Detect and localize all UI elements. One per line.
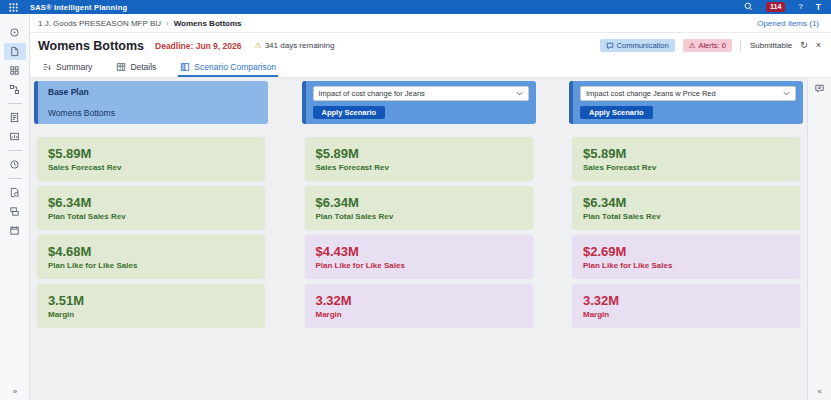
- metric-label: Plan Total Sales Rev: [583, 212, 789, 221]
- metric-value: 3.51M: [48, 293, 254, 308]
- tab-label: Summary: [56, 62, 92, 72]
- tab-summary[interactable]: Summary: [40, 58, 94, 77]
- app-window: SAS® Intelligent Planning 114 ? T: [0, 0, 831, 400]
- metric-label: Plan Like for Like Sales: [48, 261, 254, 270]
- communication-button[interactable]: Communication: [600, 39, 675, 52]
- header-actions: Communication ⚠ Alerts: 0 Submittable ↻ …: [600, 39, 821, 52]
- layers-icon[interactable]: [4, 203, 26, 220]
- chart-box-icon[interactable]: [4, 128, 26, 145]
- breadcrumb-current: Womens Bottoms: [174, 19, 242, 28]
- metric-label: Plan Total Sales Rev: [48, 212, 254, 221]
- scenario-column-1: Impact of cost change for Jeans Apply Sc…: [302, 81, 536, 397]
- scenario-dropdown-value: Impact of cost change for Jeans: [319, 89, 425, 98]
- metric-value: $5.89M: [583, 146, 789, 161]
- tab-details[interactable]: Details: [114, 58, 158, 77]
- scenario-comparison-panel: Base Plan Womens Bottoms $5.89M Sales Fo…: [30, 78, 807, 400]
- notification-badge[interactable]: 114: [766, 2, 785, 12]
- base-plan-column: Base Plan Womens Bottoms $5.89M Sales Fo…: [34, 81, 268, 397]
- deadline-text: Deadline: Jun 9, 2026: [155, 41, 241, 51]
- sidebar-divider: [8, 178, 22, 179]
- base-plan-card[interactable]: Base Plan Womens Bottoms: [34, 81, 268, 124]
- topbar-actions: 114 ? T: [744, 2, 831, 12]
- metric-card-sales-forecast-rev: $5.89M Sales Forecast Rev: [572, 137, 800, 181]
- metric-label: Plan Like for Like Sales: [316, 261, 522, 270]
- metric-label: Sales Forecast Rev: [48, 163, 254, 172]
- document-icon[interactable]: [4, 109, 26, 126]
- metric-label: Plan Like for Like Sales: [583, 261, 789, 270]
- right-utility-rail: «: [807, 78, 831, 400]
- metric-card-sales-forecast-rev: $5.89M Sales Forecast Rev: [37, 137, 265, 181]
- tab-label: Scenario Comparison: [194, 62, 276, 72]
- metric-value: $5.89M: [316, 146, 522, 161]
- page-header: Womens Bottoms Deadline: Jun 9, 2026 ⚠ 3…: [30, 33, 831, 58]
- warning-icon: ⚠: [254, 41, 261, 50]
- metric-card-plan-like-for-like-sales: $4.43M Plan Like for Like Sales: [305, 235, 533, 279]
- metric-card-margin: 3.32M Margin: [305, 284, 533, 328]
- comment-icon[interactable]: [808, 83, 831, 94]
- app-launcher-icon[interactable]: [9, 3, 18, 12]
- metric-card-plan-total-sales-rev: $6.34M Plan Total Sales Rev: [572, 186, 800, 230]
- base-plan-subtitle: Womens Bottoms: [48, 108, 258, 118]
- document-search-icon[interactable]: [4, 184, 26, 201]
- days-remaining-text: 341 days remaining: [265, 41, 335, 50]
- tab-label: Details: [130, 62, 156, 72]
- flows-icon[interactable]: [4, 81, 26, 98]
- sidebar-expand-chevrons[interactable]: »: [0, 387, 30, 396]
- left-nav-sidebar: »: [0, 14, 30, 400]
- metric-label: Plan Total Sales Rev: [316, 212, 522, 221]
- metric-label: Sales Forecast Rev: [583, 163, 789, 172]
- rail-collapse-chevrons[interactable]: «: [808, 387, 831, 396]
- metric-value: 3.32M: [583, 293, 789, 308]
- chevron-down-icon: [516, 91, 523, 96]
- close-icon[interactable]: ×: [816, 41, 821, 50]
- metric-label: Margin: [583, 310, 789, 319]
- speech-bubble-icon: [606, 42, 614, 50]
- base-plan-title: Base Plan: [48, 87, 258, 97]
- communication-label: Communication: [617, 42, 669, 50]
- scenario-selector-card: Impact of cost change for Jeans Apply Sc…: [302, 81, 536, 124]
- metric-card-plan-like-for-like-sales: $2.69M Plan Like for Like Sales: [572, 235, 800, 279]
- scenario-dropdown[interactable]: Impact of cost change for Jeans: [313, 86, 529, 101]
- alert-warning-icon: ⚠: [689, 42, 696, 50]
- metric-value: $4.68M: [48, 244, 254, 259]
- tab-scenario-comparison[interactable]: Scenario Comparison: [178, 58, 278, 77]
- schedule-icon[interactable]: [4, 222, 26, 239]
- summary-sort-icon: [42, 62, 52, 72]
- sidebar-divider: [8, 150, 22, 151]
- apply-scenario-button[interactable]: Apply Scenario: [313, 106, 386, 119]
- metric-label: Margin: [316, 310, 522, 319]
- sidebar-divider: [8, 103, 22, 104]
- grid-icon[interactable]: [4, 62, 26, 79]
- apply-scenario-button[interactable]: Apply Scenario: [580, 106, 653, 119]
- page-title: Womens Bottoms: [38, 39, 144, 53]
- user-avatar[interactable]: T: [816, 2, 821, 12]
- scenario-dropdown[interactable]: Impact cost change Jeans w Price Red: [580, 86, 796, 101]
- details-table-icon: [116, 62, 126, 72]
- metric-value: 3.32M: [316, 293, 522, 308]
- app-top-bar: SAS® Intelligent Planning 114 ? T: [0, 0, 831, 14]
- metric-value: $6.34M: [316, 195, 522, 210]
- metric-card-margin: 3.32M Margin: [572, 284, 800, 328]
- help-icon[interactable]: ?: [798, 3, 802, 11]
- metric-value: $6.34M: [583, 195, 789, 210]
- metric-value: $2.69M: [583, 244, 789, 259]
- metric-card-margin: 3.51M Margin: [37, 284, 265, 328]
- metric-card-plan-total-sales-rev: $6.34M Plan Total Sales Rev: [37, 186, 265, 230]
- explore-icon[interactable]: [4, 24, 26, 41]
- scenario-dropdown-value: Impact cost change Jeans w Price Red: [586, 89, 716, 98]
- metric-card-plan-total-sales-rev: $6.34M Plan Total Sales Rev: [305, 186, 533, 230]
- scenario-column-2: Impact cost change Jeans w Price Red App…: [569, 81, 803, 397]
- metric-card-sales-forecast-rev: $5.89M Sales Forecast Rev: [305, 137, 533, 181]
- submittable-status: Submittable: [740, 40, 792, 52]
- scenario-selector-card: Impact cost change Jeans w Price Red App…: [569, 81, 803, 124]
- opened-items-link[interactable]: Opened items (1): [757, 19, 819, 28]
- metric-label: Margin: [48, 310, 254, 319]
- refresh-icon[interactable]: ↻: [800, 41, 808, 50]
- breadcrumb-root[interactable]: 1 J. Goods PRESEASON MFP BU: [38, 19, 161, 28]
- search-icon[interactable]: [744, 2, 753, 11]
- alerts-button[interactable]: ⚠ Alerts: 0: [683, 39, 732, 52]
- chevron-down-icon: [783, 91, 790, 96]
- history-icon[interactable]: [4, 156, 26, 173]
- breadcrumb-bar: 1 J. Goods PRESEASON MFP BU › Womens Bot…: [30, 14, 831, 33]
- plan-document-icon[interactable]: [4, 43, 26, 60]
